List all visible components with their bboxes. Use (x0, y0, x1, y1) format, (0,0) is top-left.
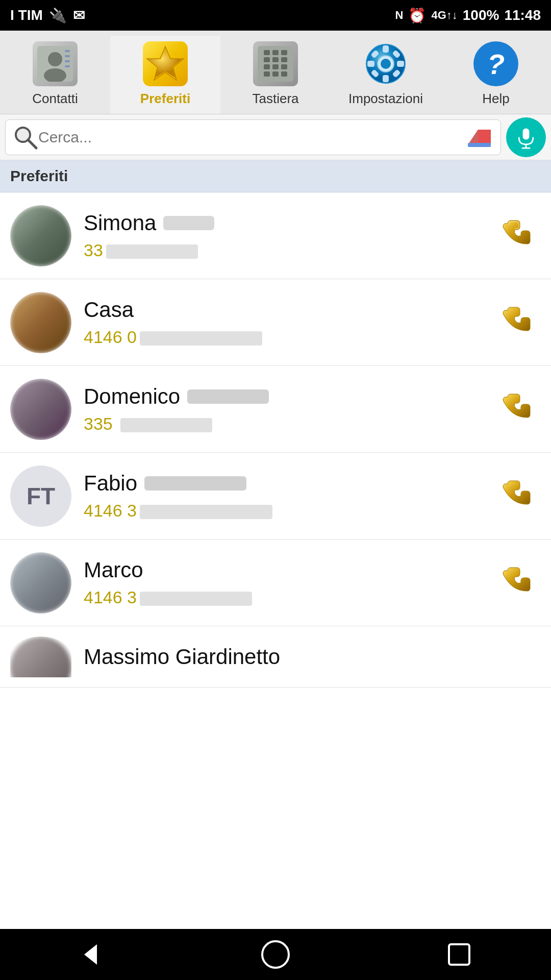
alarm-icon: ⏰ (408, 7, 426, 24)
tab-tastiera[interactable]: Tastiera (220, 36, 331, 114)
svg-marker-37 (468, 130, 478, 145)
impostazioni-tab-icon (363, 41, 409, 87)
contact-phone: 4146 3 (84, 587, 483, 607)
avatar: FT (10, 465, 71, 527)
svg-rect-11 (272, 50, 279, 55)
avatar (10, 552, 71, 614)
status-right: N ⏰ 4G↑↓ 100% 11:48 (395, 7, 541, 24)
svg-rect-14 (272, 57, 279, 62)
svg-rect-26 (397, 61, 404, 67)
contact-name: Simona (84, 211, 483, 235)
svg-rect-3 (65, 50, 70, 52)
avatar (10, 379, 71, 440)
contact-item[interactable]: FT Fabio 4146 3 (0, 453, 551, 540)
contact-phone: 33 (84, 240, 483, 260)
contact-name: Domenico (84, 384, 483, 409)
contact-phone: 335 (84, 414, 483, 434)
carrier-label: I TIM (10, 7, 43, 23)
tab-impostazioni[interactable]: Impostazioni (331, 36, 441, 114)
contatti-label: Contatti (32, 91, 78, 107)
call-button[interactable] (495, 300, 541, 346)
call-button[interactable] (495, 560, 541, 606)
status-bar: I TIM 🔌 ✉ N ⏰ 4G↑↓ 100% 11:48 (0, 0, 551, 31)
bottom-nav (0, 929, 551, 980)
svg-point-43 (262, 941, 289, 968)
eraser-icon[interactable] (463, 125, 493, 150)
contact-info: Massimo Giardinetto (84, 645, 541, 669)
svg-point-32 (381, 59, 391, 69)
search-input-wrap[interactable] (5, 119, 501, 155)
help-tab-icon: ? (473, 41, 519, 87)
tab-help[interactable]: ? Help (441, 36, 551, 114)
home-button[interactable] (250, 934, 301, 975)
tab-contatti[interactable]: Contatti (0, 36, 110, 114)
nfc-icon: N (395, 9, 404, 22)
contact-item[interactable]: Simona 33 (0, 192, 551, 279)
svg-rect-39 (523, 128, 530, 139)
svg-rect-38 (468, 143, 491, 147)
contact-phone: 4146 3 (84, 501, 483, 521)
recent-button[interactable] (434, 934, 485, 975)
contact-item[interactable]: Casa 4146 0 (0, 279, 551, 366)
notification-icon: ✉ (73, 7, 85, 24)
svg-point-1 (48, 52, 62, 66)
tastiera-label: Tastiera (252, 91, 298, 107)
avatar (10, 636, 71, 677)
contact-info: Marco 4146 3 (84, 558, 483, 607)
contacts-tab-icon (32, 41, 78, 87)
svg-rect-23 (383, 45, 389, 53)
battery-label: 100% (463, 7, 499, 23)
contact-name: Massimo Giardinetto (84, 645, 541, 669)
svg-rect-6 (65, 65, 70, 67)
svg-rect-19 (264, 71, 270, 77)
svg-rect-16 (264, 64, 270, 69)
search-input[interactable] (38, 129, 463, 146)
svg-rect-18 (281, 64, 287, 69)
time-label: 11:48 (504, 7, 541, 23)
svg-rect-25 (367, 61, 374, 67)
contact-info: Casa 4146 0 (84, 298, 483, 347)
avatar (10, 205, 71, 266)
svg-rect-44 (449, 944, 469, 965)
preferiti-tab-icon (142, 41, 188, 87)
usb-icon: 🔌 (49, 7, 67, 24)
contact-info: Simona 33 (84, 211, 483, 260)
call-button[interactable] (495, 386, 541, 432)
preferiti-label: Preferiti (140, 91, 190, 107)
contact-item[interactable]: Domenico 335 (0, 366, 551, 453)
svg-rect-13 (264, 57, 270, 62)
svg-rect-15 (281, 57, 287, 62)
contact-name: Casa (84, 298, 483, 322)
impostazioni-label: Impostazioni (348, 91, 423, 107)
mic-button[interactable] (506, 117, 546, 157)
contact-name: Fabio (84, 471, 483, 496)
svg-rect-21 (281, 71, 287, 77)
call-button[interactable] (495, 473, 541, 519)
svg-rect-5 (65, 60, 70, 62)
contact-list: Simona 33 (0, 192, 551, 688)
search-icon (13, 125, 38, 150)
svg-rect-4 (65, 55, 70, 57)
svg-rect-20 (272, 71, 279, 77)
contact-item[interactable]: Marco 4146 3 (0, 540, 551, 626)
svg-rect-12 (281, 50, 287, 55)
svg-marker-42 (84, 944, 97, 965)
call-button[interactable] (495, 213, 541, 259)
section-title: Preferiti (10, 167, 68, 184)
svg-rect-24 (383, 75, 389, 82)
contact-name: Marco (84, 558, 483, 582)
search-bar (0, 114, 551, 160)
contact-info: Domenico 335 (84, 384, 483, 434)
contact-item[interactable]: Massimo Giardinetto (0, 626, 551, 688)
section-header: Preferiti (0, 160, 551, 192)
status-left: I TIM 🔌 ✉ (10, 7, 85, 24)
back-button[interactable] (66, 934, 117, 975)
avatar (10, 292, 71, 353)
tab-preferiti[interactable]: Preferiti (110, 36, 220, 114)
signal-icon: 4G↑↓ (431, 9, 457, 22)
svg-rect-17 (272, 64, 279, 69)
svg-rect-10 (264, 50, 270, 55)
contact-info: Fabio 4146 3 (84, 471, 483, 521)
tastiera-tab-icon (253, 41, 298, 87)
nav-tabs: Contatti Preferiti (0, 31, 551, 114)
